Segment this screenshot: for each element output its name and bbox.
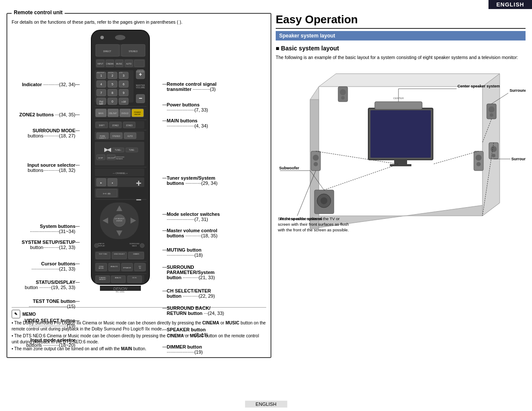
label-input-source: Input source selector buttons···········… — [12, 162, 75, 173]
svg-text:RC-1001: RC-1001 — [116, 290, 124, 293]
remote-control-box: Remote control unit For details on the f… — [6, 13, 271, 358]
line-test-tone — [75, 301, 80, 302]
svg-text:2ND/TRIP: 2ND/TRIP — [96, 72, 105, 74]
svg-text:7: 7 — [100, 91, 102, 94]
line-system-setup — [75, 242, 80, 243]
label-tuner: Tuner system/System buttons ············… — [167, 175, 218, 186]
svg-point-176 — [491, 146, 497, 152]
label-zone2: ZONE2 buttons ···(34, 35) — [12, 112, 75, 117]
line-tuner — [162, 178, 167, 178]
svg-text:ZONE2: ZONE2 — [112, 125, 119, 127]
left-panel: Remote control unit For details on the f… — [6, 13, 271, 398]
svg-point-180 — [490, 113, 493, 117]
svg-text:— CHANNEL +: — CHANNEL + — [113, 172, 128, 174]
svg-rect-83 — [95, 142, 144, 165]
label-system-buttons: System buttons ······················(31… — [12, 224, 75, 234]
line-surround-back — [162, 308, 167, 308]
line-master-volume — [162, 230, 167, 231]
svg-point-174 — [476, 162, 481, 166]
line-surround-param — [162, 267, 167, 268]
label-test-tone: TEST TONE button ·······················… — [12, 299, 75, 309]
page-title: Easy Operation — [276, 13, 526, 29]
label-ch-select: CH SELECT/ENTER button ············(22, … — [167, 288, 215, 299]
line-system-buttons — [75, 226, 80, 227]
header-language-badge: ENGLISH — [488, 0, 532, 9]
section-header: Speaker system layout — [276, 31, 526, 40]
remote-diagram: DIRECT STEREO INPUT CINEMA MUSIC AUTO — [12, 28, 266, 304]
svg-text:4: 4 — [100, 83, 102, 86]
svg-text:CHANNEL: CHANNEL — [136, 71, 145, 73]
svg-text:0: 0 — [112, 100, 113, 103]
svg-point-2 — [100, 36, 104, 39]
line-indicator — [75, 84, 80, 85]
label-speaker: SPEAKER button ·····················(7, … — [167, 327, 208, 337]
label-video-select: VIDEO SELECT button ····················… — [12, 318, 75, 328]
svg-text:TV/CBL: TV/CBL — [108, 72, 114, 74]
svg-text:ENTER: ENTER — [116, 220, 122, 222]
svg-text:DIRECT: DIRECT — [103, 50, 112, 53]
line-input-source — [75, 165, 80, 165]
line-video-select — [75, 321, 80, 321]
line-status-display — [75, 282, 80, 283]
svg-point-123 — [140, 243, 144, 248]
front-speaker-desc: Set these at the sides of the TV or scre… — [278, 216, 351, 233]
svg-text:▶: ▶ — [100, 182, 102, 184]
svg-line-186 — [433, 151, 479, 164]
label-system-setup: SYSTEM SETUP/SETUP button············(12… — [12, 240, 75, 250]
svg-text:5: 5 — [112, 83, 113, 86]
svg-text:9: 9 — [123, 91, 124, 94]
svg-text:Subwoofer: Subwoofer — [279, 166, 299, 170]
svg-text:6: 6 — [123, 83, 124, 86]
label-main: MAIN buttons ·····················(4, 34… — [167, 118, 208, 128]
svg-line-184 — [324, 164, 398, 190]
svg-text:MAIN: MAIN — [98, 112, 103, 115]
memo-icon: ✎ — [12, 310, 20, 318]
svg-point-173 — [476, 155, 482, 161]
svg-text:BACK: BACK — [132, 245, 137, 247]
svg-text:+: + — [136, 178, 142, 189]
svg-text:ZONE3: ZONE3 — [126, 125, 133, 127]
svg-text:SPEAKER: SPEAKER — [123, 267, 131, 269]
svg-rect-162 — [394, 160, 407, 164]
svg-point-170 — [313, 155, 319, 161]
label-cursor: Cursor buttons ·····················(21,… — [12, 261, 75, 271]
label-input-mode: Input mode selector buttons ············… — [12, 337, 75, 348]
svg-text:TUNE-: TUNE- — [129, 149, 135, 151]
svg-text:2: 2 — [112, 74, 113, 77]
label-surround-param: SURROUND PARAMETER/System button ·······… — [167, 265, 215, 280]
svg-text:Center speaker system: Center speaker system — [457, 84, 500, 88]
subsection-description: The following is an example of the basic… — [276, 54, 526, 61]
svg-rect-172 — [474, 151, 483, 171]
line-dimmer — [162, 347, 167, 347]
line-surround-mode — [75, 131, 80, 131]
svg-rect-13 — [134, 60, 144, 67]
svg-text:ANALOG: ANALOG — [111, 265, 118, 268]
svg-text:■: ■ — [112, 182, 113, 184]
svg-text:PARAMS: PARAMS — [116, 158, 123, 160]
line-ch-select — [162, 291, 167, 291]
svg-text:1: 1 — [100, 74, 102, 77]
line-cursor — [75, 264, 80, 264]
line-remote-signal — [162, 84, 167, 84]
svg-text:SAT: SAT — [99, 103, 103, 105]
memo-header: ✎ MEMO — [12, 310, 266, 318]
svg-point-120 — [94, 243, 99, 248]
svg-text:INPUT: INPUT — [97, 63, 103, 65]
svg-point-1 — [115, 35, 125, 40]
svg-text:−: − — [136, 194, 142, 205]
svg-rect-161 — [370, 110, 431, 158]
svg-rect-164 — [375, 102, 422, 109]
svg-text:3: 3 — [123, 74, 124, 77]
svg-text:VCR: VCR — [119, 72, 123, 74]
speaker-diagram: CENTER — [276, 65, 526, 250]
svg-text:DIG.DUP: DIG.DUP — [108, 157, 115, 159]
svg-rect-169 — [311, 151, 320, 171]
svg-text:MODE: MODE — [99, 267, 104, 269]
svg-text:STEREO: STEREO — [129, 50, 138, 53]
label-dimmer: DIMMER button ·····················(19) — [167, 344, 203, 355]
line-zone2 — [75, 115, 80, 115]
svg-text:ON/OFF: ON/OFF — [134, 113, 141, 115]
svg-point-183 — [341, 96, 345, 100]
label-mode-selector: Mode selector switches ·················… — [167, 212, 220, 222]
svg-point-168 — [320, 197, 327, 204]
